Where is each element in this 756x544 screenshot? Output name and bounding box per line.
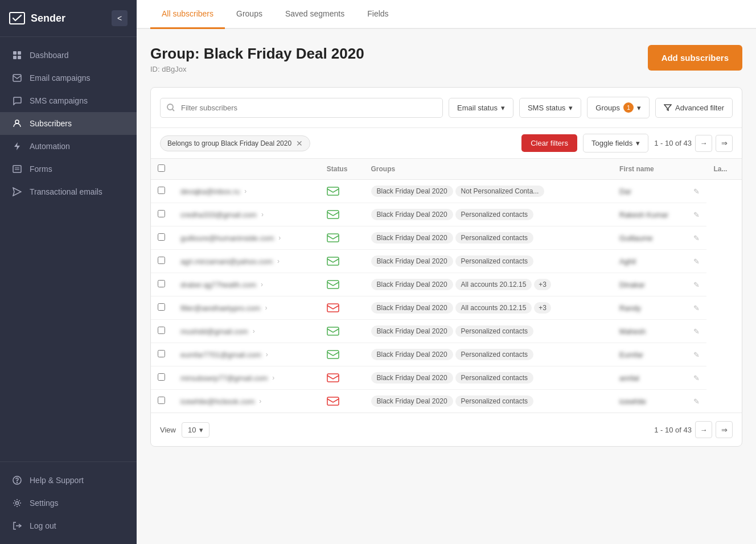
groups-filter[interactable]: Groups 1 ▾ xyxy=(587,97,650,118)
edit-icon[interactable]: ✎ xyxy=(693,257,700,266)
row-checkbox[interactable] xyxy=(158,280,165,287)
filter-tag-close[interactable]: ✕ xyxy=(296,139,303,148)
email-status-filter[interactable]: Email status ▾ xyxy=(449,98,513,118)
edit-icon[interactable]: ✎ xyxy=(693,351,700,359)
row-expand-icon[interactable]: › xyxy=(278,234,281,242)
row-expand-icon[interactable]: › xyxy=(253,327,255,335)
sidebar-item-forms[interactable]: Forms xyxy=(0,158,137,180)
edit-icon[interactable]: ✎ xyxy=(693,281,700,289)
view-count-select[interactable]: 10 ▾ xyxy=(182,422,209,438)
grid-icon xyxy=(11,51,23,60)
firstname-column-header: First name xyxy=(613,159,706,180)
sidebar-item-dashboard[interactable]: Dashboard xyxy=(0,44,137,67)
row-expand-icon[interactable]: › xyxy=(261,281,263,289)
row-checkbox[interactable] xyxy=(158,257,165,264)
edit-icon[interactable]: ✎ xyxy=(693,327,700,336)
next-page-button[interactable]: → xyxy=(695,135,712,152)
gear-icon xyxy=(11,498,23,508)
row-expand-icon[interactable]: › xyxy=(261,211,264,219)
first-name-cell: Rakesh Kumar ✎ xyxy=(619,211,700,219)
edit-icon[interactable]: ✎ xyxy=(693,304,700,312)
svg-rect-17 xyxy=(327,187,339,195)
first-name-text: anrilal xyxy=(619,374,639,382)
edit-icon[interactable]: ✎ xyxy=(693,211,700,219)
first-name-cell: Mahesh ✎ xyxy=(619,327,700,336)
tab-all-subscribers[interactable]: All subscribers xyxy=(150,0,225,29)
svg-rect-0 xyxy=(13,51,17,55)
row-expand-icon[interactable]: › xyxy=(272,374,274,382)
footer-next-page-button[interactable]: → xyxy=(695,421,712,438)
svg-rect-4 xyxy=(13,75,21,81)
svg-rect-19 xyxy=(327,234,339,242)
svg-rect-24 xyxy=(327,351,339,358)
toggle-fields-button[interactable]: Toggle fields ▾ xyxy=(583,134,648,153)
row-checkbox[interactable] xyxy=(158,397,165,404)
edit-icon[interactable]: ✎ xyxy=(693,187,700,196)
sidebar-item-email-campaigns[interactable]: Email campaigns xyxy=(0,67,137,89)
first-name-text: Guillaume xyxy=(619,234,653,242)
sidebar-item-help[interactable]: Help & Support xyxy=(0,469,137,492)
sidebar-item-automation[interactable]: Automation xyxy=(0,135,137,158)
tab-fields[interactable]: Fields xyxy=(356,0,400,29)
row-checkbox[interactable] xyxy=(158,303,165,311)
select-all-header xyxy=(151,159,174,180)
advanced-filter-button[interactable]: Advanced filter xyxy=(655,98,733,118)
search-input[interactable] xyxy=(160,98,443,118)
chevron-down-icon: ▾ xyxy=(636,139,640,147)
email-cell: credha333@gmail.com › xyxy=(180,211,313,219)
status-column-header: Status xyxy=(320,159,364,180)
row-checkbox[interactable] xyxy=(158,210,165,217)
sidebar-item-settings[interactable]: Settings xyxy=(0,492,137,514)
search-wrap xyxy=(160,98,443,118)
group-badge: Personalized contacts xyxy=(455,395,533,407)
collapse-button[interactable]: < xyxy=(112,10,128,26)
sidebar-item-subscribers[interactable]: Subscribers xyxy=(0,112,137,135)
email-text: icewhite@hcbook.com xyxy=(180,397,254,406)
select-all-checkbox[interactable] xyxy=(158,164,165,172)
svg-point-5 xyxy=(15,120,19,123)
email-status-icon xyxy=(327,373,339,382)
edit-icon[interactable]: ✎ xyxy=(693,397,700,406)
tab-groups[interactable]: Groups xyxy=(225,0,274,29)
sidebar-item-logout[interactable]: Log out xyxy=(0,514,137,537)
edit-icon[interactable]: ✎ xyxy=(693,374,700,382)
row-expand-icon[interactable]: › xyxy=(266,351,268,358)
svg-rect-26 xyxy=(327,397,339,405)
group-badge: Black Friday Deal 2020 xyxy=(371,395,453,407)
row-expand-icon[interactable]: › xyxy=(265,304,267,312)
advanced-filter-label: Advanced filter xyxy=(675,104,724,112)
sidebar-item-transactional[interactable]: Transactional emails xyxy=(0,180,137,203)
row-checkbox[interactable] xyxy=(158,233,165,241)
email-cell: filler@aesthaetypro.com › xyxy=(180,304,313,312)
sidebar: Sender < Dashboard Email campaigns SMS c… xyxy=(0,0,137,544)
row-checkbox[interactable] xyxy=(158,187,165,194)
sidebar-item-label: Settings xyxy=(30,498,59,508)
add-subscribers-button[interactable]: Add subscribers xyxy=(648,45,742,71)
email-icon xyxy=(11,74,23,82)
toggle-fields-label: Toggle fields xyxy=(591,139,632,147)
row-checkbox[interactable] xyxy=(158,350,165,357)
row-expand-icon[interactable]: › xyxy=(259,397,261,405)
groups-count-badge: 1 xyxy=(623,102,634,113)
last-page-button[interactable]: ⇒ xyxy=(716,135,733,152)
row-checkbox[interactable] xyxy=(158,373,165,381)
group-badge: Black Friday Deal 2020 xyxy=(371,232,453,244)
row-expand-icon[interactable]: › xyxy=(277,257,280,265)
row-checkbox[interactable] xyxy=(158,327,165,334)
clear-filters-button[interactable]: Clear filters xyxy=(521,134,577,152)
tab-saved-segments[interactable]: Saved segments xyxy=(274,0,356,29)
first-name-cell: anrilal ✎ xyxy=(619,374,700,382)
sidebar-item-sms-campaigns[interactable]: SMS campaigns xyxy=(0,89,137,112)
table-row: filler@aesthaetypro.com › Black Friday D… xyxy=(151,296,742,320)
svg-rect-1 xyxy=(18,51,21,55)
sidebar-item-label: Email campaigns xyxy=(30,73,91,83)
tabs-bar: All subscribers Groups Saved segments Fi… xyxy=(137,0,756,29)
email-status-icon xyxy=(327,280,339,289)
edit-icon[interactable]: ✎ xyxy=(693,234,700,242)
sidebar-item-label: Help & Support xyxy=(30,476,84,485)
email-text: filler@aesthaetypro.com xyxy=(180,304,260,312)
footer-last-page-button[interactable]: ⇒ xyxy=(716,421,733,438)
group-badge: Black Friday Deal 2020 xyxy=(371,302,453,314)
row-expand-icon[interactable]: › xyxy=(244,187,246,195)
sms-status-filter[interactable]: SMS status ▾ xyxy=(519,98,581,118)
